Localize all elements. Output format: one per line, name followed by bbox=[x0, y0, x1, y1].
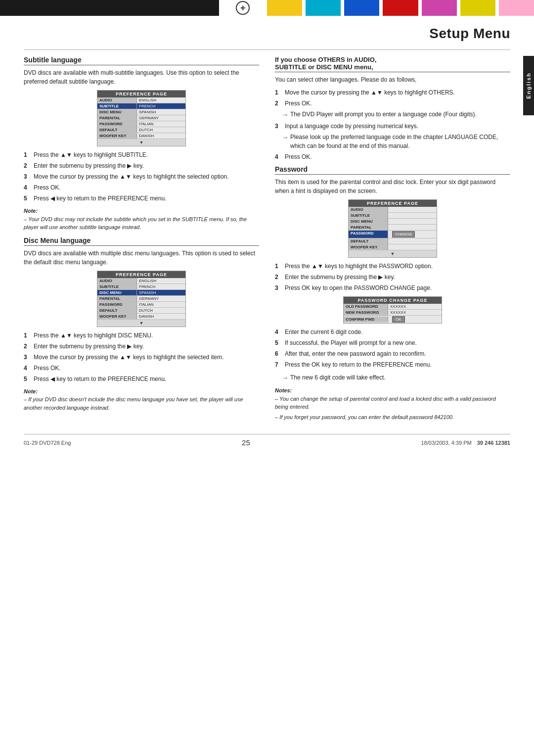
bar-black-3 bbox=[132, 0, 176, 16]
crosshair-icon bbox=[236, 1, 250, 15]
password-heading: Password bbox=[275, 165, 510, 175]
main-content: Subtitle language DVD discs are availabl… bbox=[24, 56, 510, 426]
pref-row-audio-1: AUDIO ENGLISH bbox=[97, 97, 185, 103]
discmenu-step-3: 3 Move the cursor by pressing the ▲▼ key… bbox=[24, 353, 259, 362]
pref-row-parental-2: PARENTAL GERMANY bbox=[97, 296, 185, 302]
discmenu-pref-title: PREFERENCE PAGE bbox=[97, 271, 185, 278]
pwd-pref-audio: AUDIO bbox=[349, 207, 437, 213]
english-tab: English bbox=[523, 56, 534, 115]
discmenu-note: Note: – If your DVD disc doesn't include… bbox=[24, 387, 259, 412]
password-step-4: 4 Enter the current 6 digit code. bbox=[275, 328, 510, 336]
bar-pink bbox=[499, 0, 534, 16]
disc-menu-description: DVD discs are available with multiple di… bbox=[24, 249, 259, 267]
bar-gap-3 bbox=[302, 0, 306, 16]
pref-row-discmenu-1: DISC MENU SPANISH bbox=[97, 109, 185, 115]
password-section: Password This item is used for the paren… bbox=[275, 165, 510, 422]
bottom-right-text: 18/03/2003, 4:39 PM 39 246 12381 bbox=[421, 440, 511, 446]
right-column: English If you choose OTHERS in AUDIO,SU… bbox=[275, 56, 510, 426]
bar-yellow bbox=[267, 0, 302, 16]
others-description: You can select other languages. Please d… bbox=[275, 75, 510, 84]
page-number-center: 25 bbox=[242, 438, 250, 447]
disc-menu-heading: Disc Menu language bbox=[24, 236, 259, 246]
password-arrow-note: → The new 6 digit code will take effect. bbox=[282, 373, 510, 383]
subtitle-step-4: 4 Press OK. bbox=[24, 183, 259, 192]
bar-black-2 bbox=[88, 0, 132, 16]
pwd-old-row: OLD PASSWORD XXXXXX bbox=[344, 304, 442, 310]
subtitle-language-section: Subtitle language DVD discs are availabl… bbox=[24, 56, 259, 232]
pref-row-woofer-1: WOOFER KEY DANISH bbox=[97, 133, 185, 139]
page-content: Setup Menu Subtitle language DVD discs a… bbox=[0, 16, 534, 449]
bar-blue bbox=[344, 0, 379, 16]
bar-magenta bbox=[422, 0, 457, 16]
password-step-6: 6 After that, enter the new password aga… bbox=[275, 349, 510, 358]
bar-gap-4 bbox=[341, 0, 344, 16]
password-change-pane: PASSWORD CHANGE PAGE OLD PASSWORD XXXXXX… bbox=[343, 296, 442, 324]
discmenu-step-5: 5 Press ◀ key to return to the PREFERENC… bbox=[24, 375, 259, 383]
title-divider bbox=[24, 49, 510, 50]
bar-gap-5 bbox=[379, 0, 383, 16]
password-step-7: 7 Press the OK key to return to the PREF… bbox=[275, 360, 510, 369]
others-arrow-note-2: → Please look up the preferred language … bbox=[282, 133, 510, 150]
others-step-3: 3 Input a language code by pressing nume… bbox=[275, 122, 510, 131]
pwd-new-row: NEW PASSWORD XXXXXX bbox=[344, 310, 442, 316]
password-notes: Notes: – You can change the setup of par… bbox=[275, 386, 510, 421]
pref-arrow-3: ▼ bbox=[349, 250, 437, 257]
disc-menu-language-section: Disc Menu language DVD discs are availab… bbox=[24, 236, 259, 412]
page-title: Setup Menu bbox=[24, 26, 510, 42]
discmenu-pref-pane: PREFERENCE PAGE AUDIO ENGLISH SUBTITLE F… bbox=[97, 271, 186, 327]
password-steps-2: 4 Enter the current 6 digit code. 5 If s… bbox=[275, 328, 510, 369]
subtitle-language-heading: Subtitle language bbox=[24, 56, 259, 65]
bar-gap-1 bbox=[219, 0, 232, 16]
pwd-pref-discmenu: DISC MENU bbox=[349, 219, 437, 225]
pref-row-parental-1: PARENTAL GERMANY bbox=[97, 115, 185, 121]
bar-black-1 bbox=[0, 0, 88, 16]
pref-arrow-1: ▼ bbox=[97, 139, 185, 146]
pref-row-subtitle-1: SUBTITLE FRENCH bbox=[97, 103, 185, 109]
password-description: This item is used for the parental contr… bbox=[275, 178, 510, 195]
left-column: Subtitle language DVD discs are availabl… bbox=[24, 56, 259, 426]
others-arrow-note-1: → The DVD Player will prompt you to ente… bbox=[282, 110, 510, 120]
password-step-3: 3 Press OK key to open the PASSWORD CHAN… bbox=[275, 284, 510, 292]
others-step-1: 1 Move the cursor by pressing the ▲▼ key… bbox=[275, 88, 510, 97]
bar-gap-7 bbox=[457, 0, 460, 16]
pwd-pref-default: DEFAULT bbox=[349, 238, 437, 244]
top-color-bar bbox=[0, 0, 534, 16]
others-steps: 1 Move the cursor by pressing the ▲▼ key… bbox=[275, 88, 510, 161]
subtitle-step-5: 5 Press ◀ key to return to the PREFERENC… bbox=[24, 194, 259, 203]
bar-black-4 bbox=[175, 0, 219, 16]
subtitle-language-description: DVD discs are available with multi-subti… bbox=[24, 68, 259, 86]
pref-row-password-2: PASSWORD ITALIAN bbox=[97, 302, 185, 308]
bar-gap-6 bbox=[418, 0, 422, 16]
others-section: If you choose OTHERS in AUDIO,SUBTITLE o… bbox=[275, 56, 510, 161]
pwd-ok-button[interactable]: OK bbox=[392, 316, 405, 323]
english-tab-label: English bbox=[526, 72, 532, 99]
subtitle-pref-pane: PREFERENCE PAGE AUDIO ENGLISH SUBTITLE F… bbox=[97, 90, 186, 146]
others-heading: If you choose OTHERS in AUDIO,SUBTITLE o… bbox=[275, 56, 510, 72]
discmenu-step-2: 2 Enter the submenu by pressing the ▶ ke… bbox=[24, 342, 259, 351]
bar-yellow2 bbox=[460, 0, 495, 16]
discmenu-steps: 1 Press the ▲▼ keys to highlight DISC ME… bbox=[24, 331, 259, 383]
bar-red bbox=[383, 0, 418, 16]
pref-row-discmenu-2: DISC MENU SPANISH bbox=[97, 290, 185, 296]
others-step-2: 2 Press OK. bbox=[275, 99, 510, 108]
pref-row-default-2: DEFAULT DUTCH bbox=[97, 308, 185, 314]
pwd-pref-parental: PARENTAL bbox=[349, 225, 437, 231]
password-pref-pane: PREFERENCE PAGE AUDIO SUBTITLE DISC MENU bbox=[348, 199, 437, 258]
subtitle-step-2: 2 Enter the submenu by pressing the ▶ ke… bbox=[24, 161, 259, 170]
discmenu-step-4: 4 Press OK. bbox=[24, 364, 259, 373]
bottom-bar: 01-29 DVD728 Eng 25 18/03/2003, 4:39 PM … bbox=[24, 434, 510, 449]
subtitle-step-3: 3 Move the cursor by pressing the ▲▼ key… bbox=[24, 172, 259, 181]
pref-row-woofer-2: WOOFER KEY DANISH bbox=[97, 314, 185, 320]
password-pref-title: PREFERENCE PAGE bbox=[349, 200, 437, 207]
pref-row-audio-2: AUDIO ENGLISH bbox=[97, 278, 185, 284]
pref-row-password-1: PASSWORD ITALIAN bbox=[97, 121, 185, 127]
subtitle-step-1: 1 Press the ▲▼ keys to highlight SUBTITL… bbox=[24, 150, 259, 159]
password-step-5: 5 If successful, the Player will prompt … bbox=[275, 338, 510, 347]
pwd-pref-password: PASSWORD CHANGE bbox=[349, 231, 437, 238]
others-step-4: 4 Press OK. bbox=[275, 152, 510, 161]
pref-row-default-1: DEFAULT DUTCH bbox=[97, 127, 185, 133]
change-button[interactable]: CHANGE bbox=[392, 231, 415, 237]
password-steps-1: 1 Press the ▲▼ keys to highlight the PAS… bbox=[275, 262, 510, 292]
barcode-text: 39 246 12381 bbox=[477, 440, 510, 446]
pwd-pref-woofer: WOOFER KEY bbox=[349, 244, 437, 250]
